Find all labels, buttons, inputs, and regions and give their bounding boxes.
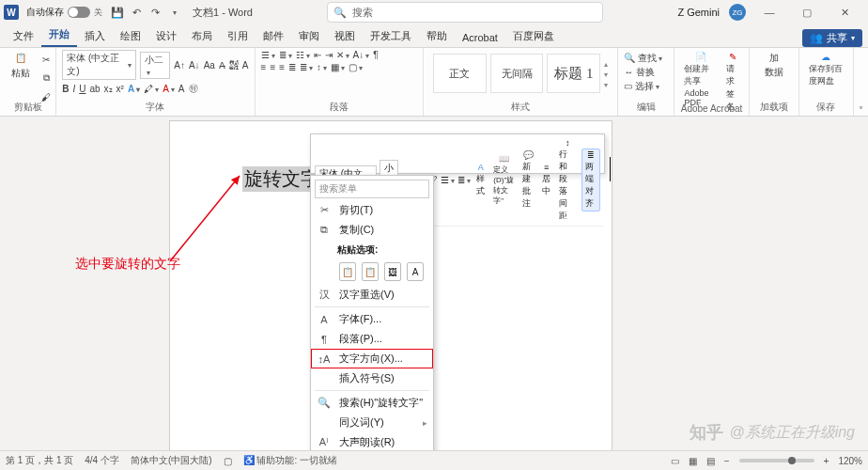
mini-define-button[interactable]: 📖 定义(D)"旋转文字" xyxy=(490,153,517,207)
cut-icon[interactable]: ✂ xyxy=(39,52,54,67)
sort-icon[interactable]: A↓ xyxy=(353,50,370,60)
align-center-icon[interactable]: ≡ xyxy=(270,62,275,72)
font-family-select[interactable]: 宋体 (中文正文) xyxy=(62,50,136,80)
tab-file[interactable]: 文件 xyxy=(6,25,41,47)
shading-icon[interactable]: ▦ xyxy=(331,62,345,72)
superscript-icon[interactable]: x² xyxy=(116,84,124,94)
sb-words[interactable]: 4/4 个字 xyxy=(85,454,119,467)
mini-center-button[interactable]: ≡ 居中 xyxy=(539,162,553,198)
subscript-icon[interactable]: x₂ xyxy=(104,84,113,94)
enclose-char-icon[interactable]: ㊕ xyxy=(189,82,198,95)
cm-copy[interactable]: ⧉ 复制(C) xyxy=(311,220,433,240)
autosave-toggle[interactable]: 自动保存 关 xyxy=(23,4,106,21)
tab-view[interactable]: 视图 xyxy=(327,25,363,47)
decrease-font-icon[interactable]: A↓ xyxy=(189,60,200,70)
cm-insert-symbol[interactable]: 插入符号(S) xyxy=(311,368,433,388)
cm-font[interactable]: A 字体(F)... xyxy=(311,309,433,329)
view-print-icon[interactable]: ▦ xyxy=(689,456,697,466)
style-no-spacing[interactable]: 无间隔 xyxy=(490,54,544,93)
underline-icon[interactable]: U xyxy=(79,84,85,94)
tab-layout[interactable]: 布局 xyxy=(184,25,220,47)
cm-cut[interactable]: ✂ 剪切(T) xyxy=(311,200,433,220)
char-shading-icon[interactable]: A xyxy=(178,84,185,94)
highlight-icon[interactable]: 🖍 xyxy=(144,84,159,94)
zoom-value[interactable]: 120% xyxy=(838,456,862,466)
tab-review[interactable]: 审阅 xyxy=(291,25,327,47)
cm-chinese-reselect[interactable]: 汉 汉字重选(V) xyxy=(311,285,433,305)
save-baidu-button[interactable]: ☁ 保存到百度网盘 xyxy=(805,50,847,89)
tab-home[interactable]: 开始 xyxy=(41,24,77,47)
mini-numbering-icon[interactable]: ≣ xyxy=(457,175,471,185)
paste-button[interactable]: 📋 粘贴 xyxy=(6,50,36,80)
paste-keep-source-icon[interactable]: 📋 xyxy=(339,262,356,281)
tab-mailings[interactable]: 邮件 xyxy=(256,25,291,47)
find-button[interactable]: 🔍 查找 xyxy=(624,52,668,65)
zoom-in-icon[interactable]: + xyxy=(824,456,829,466)
select-button[interactable]: ▭ 选择 xyxy=(624,80,668,93)
share-button[interactable]: 👥 共享 ▾ xyxy=(802,29,862,47)
minimize-button[interactable]: — xyxy=(755,7,783,18)
borders-icon[interactable]: ▢ xyxy=(349,62,363,72)
italic-icon[interactable]: I xyxy=(72,84,75,94)
styles-gallery[interactable]: 正文 无间隔 标题 1 ▴ ▾ ▾ xyxy=(429,50,612,99)
tab-acrobat[interactable]: Acrobat xyxy=(455,28,505,47)
zoom-slider[interactable] xyxy=(739,459,814,462)
paste-picture-icon[interactable]: 🖼 xyxy=(384,262,401,281)
font-size-select[interactable]: 小二 xyxy=(140,52,170,79)
sb-access[interactable]: ♿ 辅助功能: 一切就绪 xyxy=(243,454,337,467)
paste-text-icon[interactable]: A xyxy=(407,262,424,281)
bold-icon[interactable]: B xyxy=(62,84,69,94)
gallery-more-icon[interactable]: ▾ xyxy=(604,81,608,89)
toggle-switch[interactable] xyxy=(68,7,90,18)
user-name[interactable]: Z Gemini xyxy=(677,7,720,18)
view-read-icon[interactable]: ▭ xyxy=(671,456,679,466)
mini-spacing-button[interactable]: ↕ 行和段落间距 xyxy=(556,137,579,223)
replace-button[interactable]: ↔ 替换 xyxy=(624,66,668,79)
font-color-icon[interactable]: A xyxy=(163,84,175,94)
tab-baidu[interactable]: 百度网盘 xyxy=(505,25,562,47)
mini-styles-button[interactable]: A 样式 xyxy=(473,162,488,198)
macro-record-icon[interactable]: ▢ xyxy=(224,456,232,466)
undo-icon[interactable]: ↶ xyxy=(129,5,144,20)
style-heading1[interactable]: 标题 1 xyxy=(547,54,600,93)
cm-text-direction[interactable]: ↕A 文字方向(X)... xyxy=(311,349,433,368)
cm-search-rotate[interactable]: 🔍 搜索(H)"旋转文字" xyxy=(311,393,433,413)
text-effects-icon[interactable]: A xyxy=(128,84,140,94)
qat-customize-icon[interactable] xyxy=(166,5,181,20)
user-avatar[interactable]: ZG xyxy=(729,4,746,21)
gallery-down-icon[interactable]: ▾ xyxy=(604,70,608,79)
char-border-icon[interactable]: A xyxy=(242,60,249,70)
sb-lang[interactable]: 简体中文(中国大陆) xyxy=(131,454,212,467)
bullets-icon[interactable]: ☰ xyxy=(261,50,275,60)
tab-insert[interactable]: 插入 xyxy=(77,25,113,47)
line-spacing-icon[interactable]: ↕ xyxy=(317,62,327,72)
addin-button[interactable]: 加 数据 xyxy=(755,50,793,81)
clear-format-icon[interactable]: A̶ xyxy=(219,60,225,70)
show-marks-icon[interactable]: ¶ xyxy=(373,50,378,60)
mini-new-comment-button[interactable]: 💬 新建批注 xyxy=(519,149,536,211)
context-search-input[interactable]: 搜索菜单 xyxy=(315,180,429,198)
increase-indent-icon[interactable]: ⇥ xyxy=(325,50,333,60)
char-layout-icon[interactable]: ✕ xyxy=(336,50,349,60)
justify-icon[interactable]: ≣ xyxy=(288,62,296,72)
tab-references[interactable]: 引用 xyxy=(220,25,256,47)
search-input[interactable]: 🔍 搜索 xyxy=(327,2,603,23)
paste-merge-icon[interactable]: 📋 xyxy=(362,262,379,281)
redo-icon[interactable]: ↷ xyxy=(147,5,163,20)
style-normal[interactable]: 正文 xyxy=(433,54,487,93)
gallery-up-icon[interactable]: ▴ xyxy=(604,60,608,69)
maximize-button[interactable]: ▢ xyxy=(793,7,821,19)
numbering-icon[interactable]: ≣ xyxy=(279,50,292,60)
collapse-ribbon-icon[interactable]: ˅ xyxy=(859,105,863,116)
align-right-icon[interactable]: ≡ xyxy=(279,62,285,72)
copy-icon[interactable]: ⧉ xyxy=(39,70,54,86)
sb-page[interactable]: 第 1 页，共 1 页 xyxy=(6,454,73,467)
change-case-icon[interactable]: Aa xyxy=(204,60,215,70)
increase-font-icon[interactable]: A↑ xyxy=(174,60,185,70)
mini-bullets-icon[interactable]: ☰ xyxy=(441,175,455,185)
view-web-icon[interactable]: ▤ xyxy=(706,456,715,466)
cm-read-aloud[interactable]: A⁾ 大声朗读(R) xyxy=(311,432,433,452)
cm-paragraph[interactable]: ¶ 段落(P)... xyxy=(311,329,433,349)
decrease-indent-icon[interactable]: ⇤ xyxy=(314,50,321,60)
close-button[interactable]: ✕ xyxy=(830,7,859,19)
